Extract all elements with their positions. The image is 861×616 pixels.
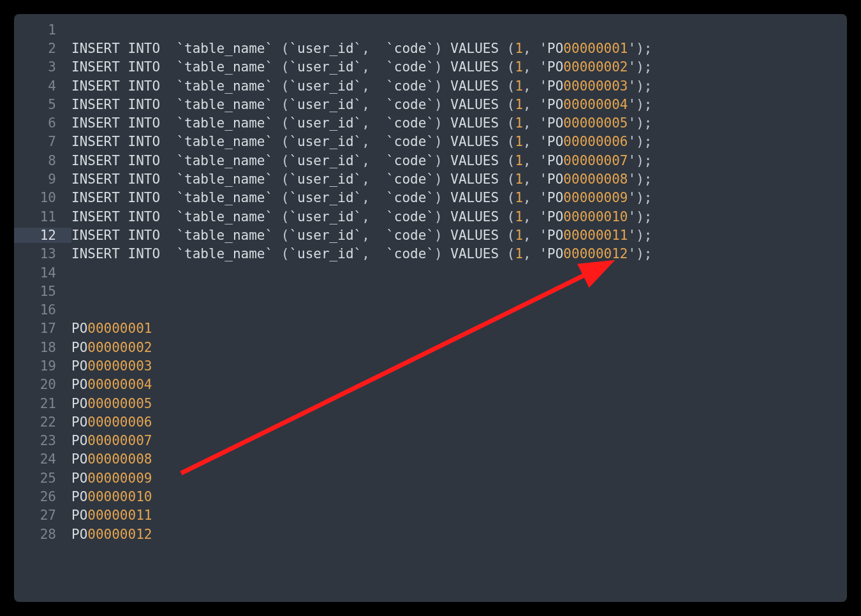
token-punct: , xyxy=(362,59,386,75)
code-line[interactable]: 9INSERT INTO `table_name` (`user_id`, `c… xyxy=(14,170,847,188)
line-content[interactable]: PO00000003 xyxy=(71,358,152,374)
code-line[interactable]: 18PO00000002 xyxy=(14,338,847,356)
token-punct: , xyxy=(362,209,386,224)
code-line[interactable]: 7INSERT INTO `table_name` (`user_id`, `c… xyxy=(14,133,847,151)
token-kw: VALUES xyxy=(450,209,507,224)
line-content[interactable]: INSERT INTO `table_name` (`user_id`, `co… xyxy=(71,153,652,168)
token-str-txt: PO xyxy=(547,153,563,168)
token-ident: `user_id` xyxy=(289,59,362,75)
line-content[interactable]: PO00000006 xyxy=(71,414,152,430)
code-line[interactable]: 14 xyxy=(14,263,847,282)
code-line[interactable]: 8INSERT INTO `table_name` (`user_id`, `c… xyxy=(14,151,847,170)
code-line[interactable]: 16 xyxy=(14,300,847,319)
token-ident: `table_name` xyxy=(176,190,273,205)
line-content[interactable]: PO00000005 xyxy=(71,396,152,411)
line-content[interactable]: INSERT INTO `table_name` (`user_id`, `co… xyxy=(71,59,652,75)
code-line[interactable]: 13INSERT INTO `table_name` (`user_id`, `… xyxy=(14,245,847,263)
token-ident: `user_id` xyxy=(289,190,362,205)
line-content[interactable]: INSERT INTO `table_name` (`user_id`, `co… xyxy=(71,41,652,56)
line-content[interactable]: INSERT INTO `table_name` (`user_id`, `co… xyxy=(71,228,652,243)
line-content[interactable]: PO00000012 xyxy=(71,527,152,542)
code-line[interactable]: 5INSERT INTO `table_name` (`user_id`, `c… xyxy=(14,95,847,114)
line-content[interactable]: PO00000009 xyxy=(71,471,152,486)
line-content[interactable]: PO00000011 xyxy=(71,508,152,523)
line-content[interactable]: PO00000008 xyxy=(71,451,152,467)
token-punct: , ' xyxy=(523,190,547,205)
line-content[interactable]: INSERT INTO `table_name` (`user_id`, `co… xyxy=(71,134,652,149)
line-content[interactable]: INSERT INTO `table_name` (`user_id`, `co… xyxy=(71,190,652,205)
code-line[interactable]: 28PO00000012 xyxy=(14,525,847,543)
line-content[interactable]: INSERT INTO `table_name` (`user_id`, `co… xyxy=(71,209,652,224)
line-content[interactable]: PO00000001 xyxy=(71,321,152,336)
code-line[interactable]: 4INSERT INTO `table_name` (`user_id`, `c… xyxy=(14,77,847,95)
code-line[interactable]: 12INSERT INTO `table_name` (`user_id`, `… xyxy=(14,226,847,244)
code-line[interactable]: 20PO00000004 xyxy=(14,376,847,394)
token-punct: ) xyxy=(434,228,450,243)
token-punct: '); xyxy=(628,115,652,131)
code-editor[interactable]: 12INSERT INTO `table_name` (`user_id`, `… xyxy=(14,14,847,602)
line-number: 28 xyxy=(14,527,71,542)
token-kw: INSERT INTO xyxy=(71,134,176,149)
token-str-txt: PO xyxy=(547,78,563,94)
line-content[interactable]: INSERT INTO `table_name` (`user_id`, `co… xyxy=(71,246,652,261)
line-content[interactable]: INSERT INTO `table_name` (`user_id`, `co… xyxy=(71,78,652,94)
token-punct: , ' xyxy=(523,59,547,75)
code-line[interactable]: 6INSERT INTO `table_name` (`user_id`, `c… xyxy=(14,114,847,132)
token-str-num: 00000007 xyxy=(563,153,628,168)
line-content[interactable]: INSERT INTO `table_name` (`user_id`, `co… xyxy=(71,115,652,131)
token-punct: '); xyxy=(628,172,652,187)
code-line[interactable]: 26PO00000010 xyxy=(14,487,847,506)
token-ident: `code` xyxy=(386,97,434,112)
line-content[interactable]: PO00000002 xyxy=(71,340,152,355)
token-punct: ) xyxy=(434,209,450,224)
line-content[interactable]: PO00000010 xyxy=(71,489,152,504)
code-line[interactable]: 15 xyxy=(14,282,847,300)
token-kw: VALUES xyxy=(450,78,507,94)
token-str-txt: PO xyxy=(71,358,87,374)
code-line[interactable]: 22PO00000006 xyxy=(14,413,847,431)
code-line[interactable]: 23PO00000007 xyxy=(14,432,847,450)
code-line[interactable]: 11INSERT INTO `table_name` (`user_id`, `… xyxy=(14,207,847,226)
token-punct: , ' xyxy=(523,78,547,94)
line-content[interactable]: PO00000007 xyxy=(71,433,152,448)
token-punct: ) xyxy=(434,97,450,112)
line-number: 17 xyxy=(14,321,71,336)
token-str-num: 00000003 xyxy=(87,358,152,374)
token-str-num: 00000004 xyxy=(87,377,152,392)
token-kw: VALUES xyxy=(450,172,507,187)
token-punct: , ' xyxy=(523,172,547,187)
token-ident: `table_name` xyxy=(176,209,273,224)
code-line[interactable]: 1 xyxy=(14,20,847,39)
line-number: 20 xyxy=(14,377,71,392)
code-line[interactable]: 21PO00000005 xyxy=(14,394,847,413)
code-line[interactable]: 3INSERT INTO `table_name` (`user_id`, `c… xyxy=(14,58,847,77)
token-str-txt: PO xyxy=(547,228,563,243)
token-ident: `table_name` xyxy=(176,59,273,75)
code-line[interactable]: 27PO00000011 xyxy=(14,506,847,525)
code-line[interactable]: 24PO00000008 xyxy=(14,450,847,469)
token-str-num: 00000006 xyxy=(87,414,152,430)
token-ident: `code` xyxy=(386,41,434,56)
line-content[interactable]: INSERT INTO `table_name` (`user_id`, `co… xyxy=(71,172,652,187)
line-number: 25 xyxy=(14,471,71,486)
token-kw: INSERT INTO xyxy=(71,115,176,131)
token-punct: ( xyxy=(507,172,515,187)
line-content[interactable]: PO00000004 xyxy=(71,377,152,392)
line-content[interactable]: INSERT INTO `table_name` (`user_id`, `co… xyxy=(71,97,652,112)
code-line[interactable]: 25PO00000009 xyxy=(14,469,847,487)
token-punct: , xyxy=(362,78,386,94)
token-num: 1 xyxy=(515,190,523,205)
token-punct: ) xyxy=(434,172,450,187)
token-str-num: 00000001 xyxy=(563,41,628,56)
code-line[interactable]: 17PO00000001 xyxy=(14,319,847,338)
token-str-num: 00000012 xyxy=(563,246,628,261)
token-ident: `code` xyxy=(386,209,434,224)
code-line[interactable]: 2INSERT INTO `table_name` (`user_id`, `c… xyxy=(14,39,847,57)
line-number: 10 xyxy=(14,190,71,205)
line-number: 26 xyxy=(14,489,71,504)
token-ident: `code` xyxy=(386,59,434,75)
token-punct: ) xyxy=(434,190,450,205)
token-num: 1 xyxy=(515,41,523,56)
code-line[interactable]: 19PO00000003 xyxy=(14,356,847,375)
code-line[interactable]: 10INSERT INTO `table_name` (`user_id`, `… xyxy=(14,189,847,207)
